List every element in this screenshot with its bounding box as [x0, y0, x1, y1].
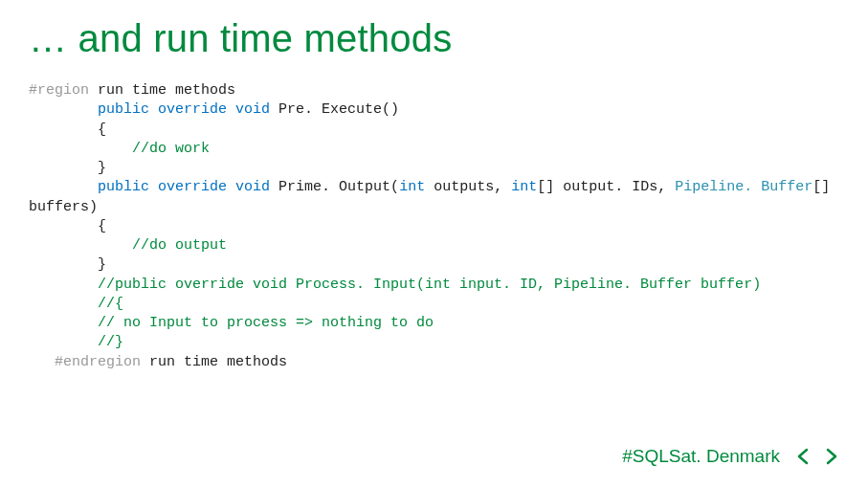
indent-1 [29, 141, 132, 157]
method-preexecute: Pre. Execute() [270, 101, 399, 118]
kw-int-2: int [511, 179, 537, 195]
slide: … and run time methods #region run time … [0, 0, 868, 372]
footer-hashtag: #SQLSat. Denmark [622, 446, 780, 467]
directive-region: #region [29, 82, 89, 99]
endregion-label: run time methods [141, 354, 287, 370]
indent-2 [29, 237, 132, 254]
comment-brace-close: //} [98, 334, 123, 350]
footer: #SQLSat. Denmark [622, 446, 841, 467]
brace-close-2: } [29, 256, 106, 273]
chevron-left-icon[interactable] [793, 446, 814, 467]
method-primeoutput: Prime. Output( [270, 179, 399, 195]
kw-void-2: void [235, 179, 270, 195]
chevron-right-icon[interactable] [820, 446, 841, 467]
kw-public: public [98, 101, 149, 118]
comment-do-work: //do work [132, 141, 210, 157]
kw-int-1: int [399, 179, 425, 195]
kw-void: void [235, 101, 270, 118]
comment-no-input: // no Input to process => nothing to do [98, 315, 434, 331]
page-title: … and run time methods [29, 17, 839, 60]
nav-icons [793, 446, 841, 467]
kw-public-2: public [98, 179, 149, 195]
comment-processinput: //public override void Process. Input(in… [98, 277, 761, 293]
param-buffers: buffers) [29, 199, 98, 215]
code-block: #region run time methods public override… [29, 81, 839, 372]
brace-open-1: { [29, 122, 106, 138]
brace-close-1: } [29, 160, 106, 176]
comment-brace-open: //{ [98, 296, 123, 312]
type-pipelinebuffer: Pipeline. Buffer [675, 179, 812, 195]
array-brackets: [] [812, 179, 838, 195]
brace-open-2: { [29, 218, 106, 234]
kw-override: override [158, 101, 227, 118]
param-outputids: [] output. IDs, [537, 179, 675, 195]
param-outputs: outputs, [425, 179, 511, 195]
kw-override-2: override [158, 179, 227, 195]
comment-do-output: //do output [132, 237, 227, 254]
directive-endregion: #endregion [29, 354, 141, 370]
region-label: run time methods [89, 82, 235, 99]
